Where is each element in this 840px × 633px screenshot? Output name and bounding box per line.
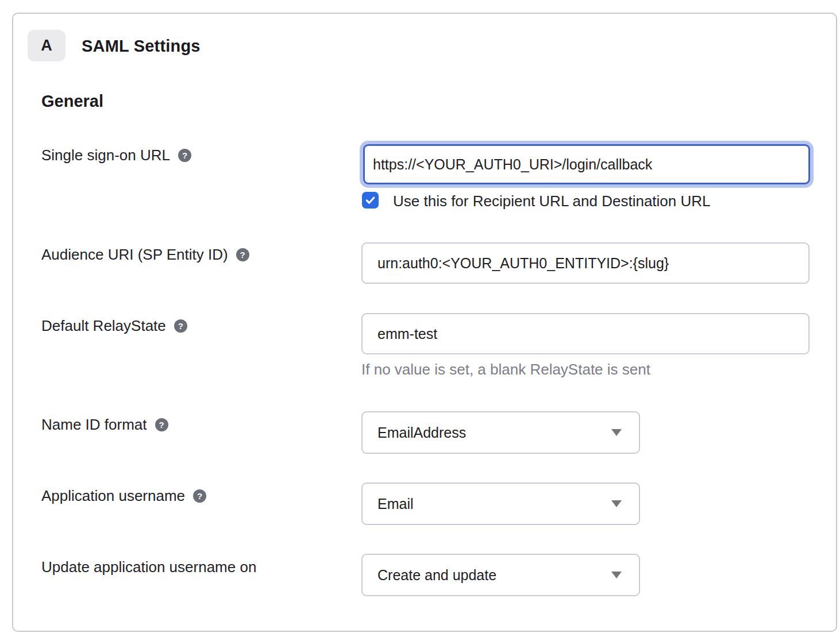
- app-username-dropdown[interactable]: Email: [361, 483, 640, 525]
- panel-title: SAML Settings: [82, 37, 201, 56]
- help-icon[interactable]: ?: [178, 149, 191, 162]
- recipient-url-checkbox-label[interactable]: Use this for Recipient URL and Destinati…: [393, 192, 711, 210]
- update-username-on-label-text: Update application username on: [41, 558, 256, 576]
- audience-uri-label-text: Audience URI (SP Entity ID): [41, 246, 228, 264]
- app-username-label-text: Application username: [41, 487, 185, 505]
- audience-uri-label: Audience URI (SP Entity ID) ?: [41, 246, 249, 264]
- name-id-format-value: EmailAddress: [377, 424, 611, 441]
- update-username-on-value: Create and update: [377, 567, 611, 584]
- saml-settings-card: A SAML Settings General Single sign-on U…: [12, 13, 837, 632]
- app-username-label: Application username ?: [41, 487, 206, 505]
- step-badge-letter: A: [41, 37, 52, 55]
- chevron-down-icon: [611, 572, 622, 578]
- sso-url-label: Single sign-on URL ?: [41, 146, 191, 164]
- sso-url-label-text: Single sign-on URL: [41, 146, 170, 164]
- app-username-value: Email: [377, 496, 611, 512]
- update-username-on-label: Update application username on: [41, 558, 256, 576]
- step-badge: A: [28, 30, 65, 61]
- help-icon[interactable]: ?: [236, 248, 249, 261]
- name-id-format-dropdown[interactable]: EmailAddress: [361, 411, 640, 454]
- audience-uri-input[interactable]: [361, 242, 810, 284]
- checkmark-icon: [365, 195, 376, 206]
- relaystate-label-text: Default RelayState: [41, 317, 166, 335]
- help-icon[interactable]: ?: [155, 418, 168, 431]
- help-icon[interactable]: ?: [193, 489, 206, 503]
- relaystate-label: Default RelayState ?: [41, 317, 187, 335]
- name-id-format-label-text: Name ID format: [41, 416, 147, 434]
- relaystate-helper-text: If no value is set, a blank RelayState i…: [361, 361, 650, 379]
- chevron-down-icon: [611, 429, 622, 436]
- relaystate-input[interactable]: [361, 313, 810, 354]
- recipient-url-checkbox[interactable]: [362, 192, 379, 209]
- name-id-format-label: Name ID format ?: [41, 416, 168, 434]
- sso-url-input[interactable]: [363, 144, 810, 184]
- help-icon[interactable]: ?: [174, 319, 187, 333]
- update-username-on-dropdown[interactable]: Create and update: [361, 554, 640, 596]
- page: A SAML Settings General Single sign-on U…: [0, 0, 840, 633]
- chevron-down-icon: [611, 500, 622, 507]
- section-title-general: General: [41, 92, 103, 111]
